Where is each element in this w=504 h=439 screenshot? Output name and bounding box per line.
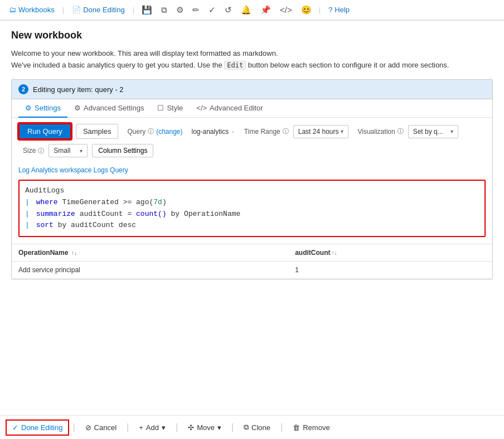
add-button[interactable]: + Add ▾ — [133, 421, 171, 435]
size-value: Small — [54, 147, 70, 155]
size-dropdown[interactable]: Small ▾ — [49, 144, 88, 157]
results-table: OperationName ↑↓ auditCount↑↓ Add servic… — [12, 244, 492, 279]
top-navigation: 🗂 Workbooks | 📄 Done Editing | 💾 ⧉ ⚙ ✏ ✓… — [0, 0, 504, 20]
move-chevron-icon: ▾ — [217, 423, 221, 432]
advanced-editor-tab-icon: </> — [196, 104, 207, 112]
inline-code: Edit — [224, 61, 246, 70]
tab-settings-label: Settings — [35, 104, 61, 112]
tab-style-label: Style — [167, 104, 183, 112]
time-range-info-icon[interactable]: ⓘ — [283, 127, 289, 136]
code-icon[interactable]: </> — [277, 3, 295, 17]
size-info-icon[interactable]: ⓘ — [38, 147, 44, 155]
edit-panel-header: 2 Editing query item: query - 2 — [12, 80, 492, 99]
done-editing-button[interactable]: ✓ Done Editing — [7, 421, 68, 435]
query-value: log-analytics — [192, 128, 229, 136]
cancel-icon: ⊘ — [85, 423, 91, 432]
cancel-button[interactable]: ⊘ Cancel — [80, 421, 122, 435]
page-icon: 📄 — [72, 6, 81, 14]
intro-text-2: We've included a basic analytics query t… — [11, 61, 493, 69]
column-settings-button[interactable]: Column Settings — [92, 144, 153, 157]
workspace-label[interactable]: Log Analytics workspace Logs Query — [12, 163, 492, 177]
move-button[interactable]: ✣ Move ▾ — [182, 421, 227, 435]
clone-button[interactable]: ⧉ Clone — [238, 420, 276, 435]
sort-icon-operation[interactable]: ↑↓ — [71, 250, 77, 256]
visualization-value: Set by q... — [413, 128, 443, 136]
tab-advanced-editor-label: Advanced Editor — [210, 104, 263, 112]
advanced-settings-tab-icon: ⚙ — [74, 104, 81, 112]
code-line-3: | summarize auditCount = count() by Oper… — [25, 209, 479, 220]
cell-operation: Add service principal — [12, 262, 288, 279]
done-editing-nav-item[interactable]: 📄 Done Editing — [69, 3, 128, 16]
page-content: New workbook Welcome to your new workboo… — [0, 21, 504, 322]
time-range-value: Last 24 hours — [298, 128, 339, 136]
edit-pencil-icon[interactable]: ✏ — [190, 3, 202, 17]
move-label: Move — [197, 423, 215, 432]
size-label: Size — [23, 147, 36, 155]
copy-icon[interactable]: ⧉ — [158, 3, 170, 17]
check-icon[interactable]: ✓ — [206, 3, 219, 17]
clone-icon: ⧉ — [244, 423, 249, 432]
time-range-label-group: Time Range ⓘ — [244, 127, 289, 136]
code-block: AuditLogs | where TimeGenerated >= ago(7… — [18, 180, 486, 237]
move-icon: ✣ — [188, 423, 194, 432]
workbooks-label: Workbooks — [18, 6, 55, 14]
col-operation-name[interactable]: OperationName ↑↓ — [12, 244, 288, 262]
visualization-info-icon[interactable]: ⓘ — [398, 127, 404, 136]
run-query-button[interactable]: Run Query — [18, 123, 71, 139]
workbooks-nav-item[interactable]: 🗂 Workbooks — [6, 3, 58, 16]
intro-text-1: Welcome to your new workbook. This area … — [11, 49, 493, 57]
edit-panel-title: Editing query item: query - 2 — [33, 85, 124, 94]
checkmark-icon: ✓ — [12, 423, 18, 432]
query-info-icon[interactable]: ⓘ — [148, 127, 154, 136]
tab-style[interactable]: ☐ Style — [151, 99, 190, 118]
emoji-icon[interactable]: 😊 — [298, 3, 314, 17]
size-label-group: Size ⓘ — [23, 147, 44, 155]
bottom-bar: ✓ Done Editing | ⊘ Cancel | + Add ▾ | ✣ … — [0, 415, 504, 439]
edit-panel: 2 Editing query item: query - 2 ⚙ Settin… — [11, 79, 493, 279]
code-line-2: | where TimeGenerated >= ago(7d) — [25, 197, 479, 209]
settings-tab-icon: ⚙ — [25, 104, 32, 112]
query-change-link[interactable]: (change) — [156, 128, 182, 136]
time-range-chevron: ▾ — [341, 128, 343, 134]
page-title: New workbook — [11, 30, 493, 41]
visualization-label: Visualization — [357, 128, 395, 136]
code-line-4: | sort by auditCount desc — [25, 220, 479, 231]
settings-icon[interactable]: ⚙ — [173, 3, 186, 17]
tab-advanced-settings[interactable]: ⚙ Advanced Settings — [67, 99, 151, 118]
cancel-label: Cancel — [94, 423, 117, 432]
refresh-icon[interactable]: ↺ — [222, 3, 235, 17]
size-chevron: ▾ — [80, 148, 83, 154]
remove-label: Remove — [303, 423, 329, 432]
pin-icon[interactable]: 📌 — [258, 3, 274, 17]
time-range-label: Time Range — [244, 128, 280, 136]
add-label: Add — [146, 423, 159, 432]
help-nav-item[interactable]: ? Help — [325, 3, 353, 16]
trash-icon: 🗑 — [293, 423, 300, 432]
col-audit-count[interactable]: auditCount↑↓ — [288, 244, 492, 262]
tab-advanced-editor[interactable]: </> Advanced Editor — [190, 99, 269, 118]
table-row: Add service principal 1 — [12, 262, 492, 279]
sort-icon-audit[interactable]: ↑↓ — [332, 250, 337, 256]
bell-icon[interactable]: 🔔 — [238, 3, 254, 17]
query-label: Query — [127, 128, 146, 136]
tab-settings[interactable]: ⚙ Settings — [18, 99, 67, 118]
workbooks-icon: 🗂 — [9, 6, 16, 14]
visualization-label-group: Visualization ⓘ — [357, 127, 403, 136]
code-line-1: AuditLogs — [25, 185, 479, 197]
visualization-chevron: ▾ — [450, 128, 453, 134]
help-label: Help — [335, 6, 350, 14]
done-editing-nav-label: Done Editing — [83, 6, 124, 14]
clone-label: Clone — [251, 423, 270, 432]
samples-button[interactable]: Samples — [76, 124, 119, 139]
time-range-dropdown[interactable]: Last 24 hours ▾ — [293, 125, 349, 138]
question-icon: ? — [328, 6, 332, 14]
save-icon[interactable]: 💾 — [139, 3, 155, 17]
plus-icon: + — [139, 423, 143, 432]
query-controls: Run Query Samples Query ⓘ (change) log-a… — [12, 118, 492, 163]
cell-count: 1 — [288, 262, 492, 279]
remove-button[interactable]: 🗑 Remove — [287, 421, 335, 435]
visualization-dropdown[interactable]: Set by q... ▾ — [408, 125, 458, 138]
tab-advanced-settings-label: Advanced Settings — [84, 104, 144, 112]
item-badge: 2 — [18, 84, 28, 94]
add-chevron-icon: ▾ — [162, 423, 166, 432]
